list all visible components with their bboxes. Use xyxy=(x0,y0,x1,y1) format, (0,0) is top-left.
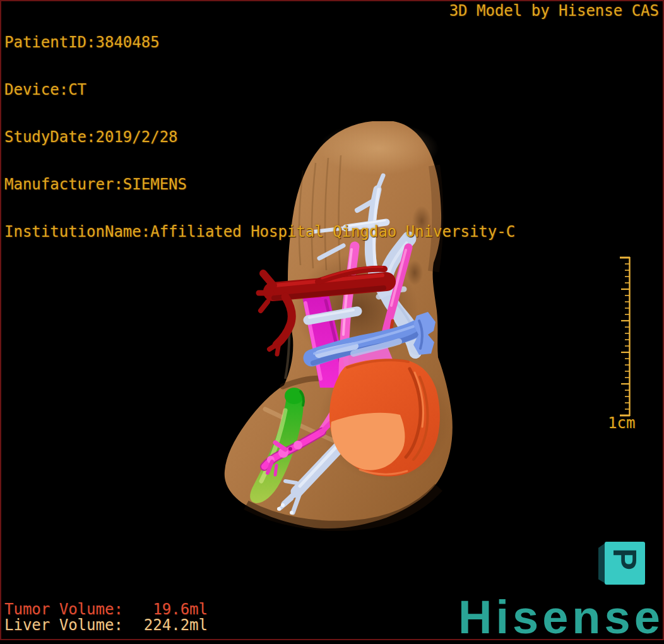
view-title: 3D Model by Hisense CAS xyxy=(449,3,659,19)
orientation-letter: P xyxy=(606,548,644,570)
institution-line: InstitutionName:Affiliated Hospital Qing… xyxy=(4,224,515,240)
orientation-cube[interactable]: P xyxy=(598,540,646,587)
scale-bar-label: 1cm xyxy=(608,414,635,432)
liver-volume-value: 224.2ml xyxy=(144,617,208,633)
tumor xyxy=(329,359,440,476)
manufacturer-line: Manufacturer:SIEMENS xyxy=(4,177,515,193)
tumor-volume-row: Tumor Volume: 19.6ml xyxy=(4,602,208,617)
3d-viewport[interactable]: PatientID:3840485 Device:CT StudyDate:20… xyxy=(0,0,664,644)
liver-volume-row: Liver Volume: 224.2ml xyxy=(4,617,208,633)
cube-front-face: P xyxy=(605,542,645,585)
patient-id-line: PatientID:3840485 xyxy=(4,35,515,51)
device-line: Device:CT xyxy=(4,82,515,98)
study-date-line: StudyDate:2019/2/28 xyxy=(4,129,515,145)
tumor-volume-label: Tumor Volume: xyxy=(4,602,123,617)
liver-volume-label: Liver Volume: xyxy=(4,617,123,633)
hisense-logo: Hisense xyxy=(458,594,664,641)
volume-stats: Tumor Volume: 19.6ml Liver Volume: 224.2… xyxy=(4,602,208,633)
tumor-volume-value: 19.6ml xyxy=(153,602,208,617)
patient-info-overlay: PatientID:3840485 Device:CT StudyDate:20… xyxy=(4,3,515,271)
